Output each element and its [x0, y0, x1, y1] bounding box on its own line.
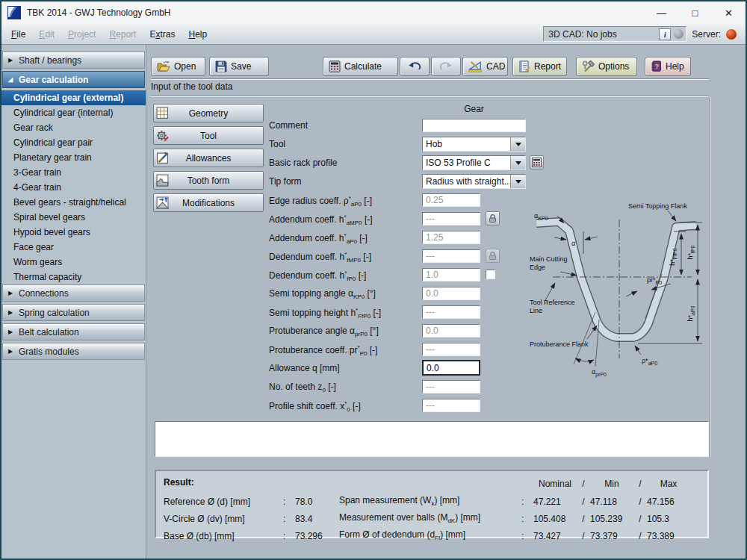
- open-button[interactable]: Open: [151, 57, 205, 76]
- message-output-box[interactable]: [155, 421, 709, 457]
- sidebar-group-gratis-modules[interactable]: ▶Gratis modules: [2, 343, 145, 360]
- menu-extras[interactable]: Extras: [143, 25, 182, 43]
- options-button[interactable]: Options: [576, 57, 637, 76]
- input-addendum-coeff-amp0[interactable]: ---: [422, 212, 480, 225]
- sidebar-group-label: Connections: [19, 288, 69, 299]
- cad-button-label: CAD: [486, 61, 505, 72]
- select-basic-rack-profile[interactable]: ISO 53 Profile C: [422, 155, 526, 170]
- sidebar-item-cylindrical-gear-external[interactable]: Cylindrical gear (external): [1, 90, 146, 105]
- sidebar-item-hypoid-bevel-gears[interactable]: Hypoid bevel gears: [1, 225, 146, 240]
- select-tool[interactable]: Hob: [422, 137, 526, 152]
- diagram-label-h-fp0: h*fP0: [686, 245, 695, 259]
- result-header-max: Max: [645, 479, 692, 489]
- sidebar-item-spiral-bevel-gears[interactable]: Spiral bevel gears: [1, 210, 146, 225]
- close-button[interactable]: ✕: [712, 1, 746, 24]
- cad-button[interactable]: CAD: [462, 57, 508, 76]
- input-allowance-q[interactable]: 0.0: [422, 360, 480, 376]
- sidebar-item-bevel-gears-straight-helical[interactable]: Bevel gears - straight/helical: [1, 195, 146, 210]
- menu-project: Project: [61, 25, 102, 43]
- form-row-protuberance-coeff: Protuberance coeff. pr*P0 [-]---: [267, 341, 565, 360]
- sidebar-group-shaft-bearings[interactable]: ▶Shaft / bearings: [2, 52, 145, 69]
- gear-column-header: Gear: [422, 104, 526, 114]
- field-label-protuberance-coeff: Protuberance coeff. pr*P0 [-]: [269, 344, 377, 357]
- field-label-addendum-coeff-ap0: Addendum coeff. h*aP0 [-]: [269, 232, 368, 245]
- form-row-protuberance-angle: Protuberance angle αprP0 [°]0.0: [267, 323, 565, 341]
- sidebar-item-gear-rack[interactable]: Gear rack: [1, 120, 146, 135]
- form-row-profile-shift-coeff: Profile shift coeff. x*0 [-]---: [267, 397, 565, 416]
- field-label-semi-topping-angle: Semi topping angle αKP0 [°]: [269, 288, 376, 300]
- help-button[interactable]: ? Help: [645, 57, 691, 76]
- sidebar-group-label: Spring calculation: [19, 308, 90, 318]
- input-addendum-coeff-ap0[interactable]: 1.25: [422, 231, 480, 244]
- tooth-form-button-label: Tooth form: [154, 175, 263, 186]
- maximize-button[interactable]: □: [678, 1, 712, 24]
- sidebar-item-3-gear-train[interactable]: 3-Gear train: [1, 165, 146, 180]
- options-tools-icon: [582, 60, 595, 72]
- result-header-separator: /: [635, 479, 645, 489]
- tool-button-label: Tool: [154, 131, 263, 141]
- result-colon: :: [521, 531, 532, 541]
- menu-file[interactable]: File: [4, 25, 32, 43]
- tooth-form-button[interactable]: Tooth form: [153, 171, 264, 190]
- input-no-of-teeth[interactable]: ---: [422, 380, 480, 393]
- field-label-semi-topping-height: Semi topping height h*FfP0 [-]: [269, 307, 381, 320]
- select-tip-form[interactable]: Radius with straight...: [422, 174, 526, 189]
- modifications-button[interactable]: Modifications: [153, 193, 264, 212]
- minimize-button[interactable]: —: [645, 1, 678, 24]
- redo-icon: [439, 61, 453, 72]
- input-edge-radius-coeff[interactable]: 0.25: [422, 193, 480, 207]
- sidebar-item-cylindrical-gear-internal[interactable]: Cylindrical gear (internal): [1, 105, 146, 120]
- report-button[interactable]: Report: [512, 57, 567, 76]
- chevron-down-icon[interactable]: [510, 156, 525, 169]
- checkbox-dedendum-coeff-fp0[interactable]: [486, 270, 495, 279]
- window-title: TBK 2014 - GWJ Technology GmbH: [27, 7, 171, 18]
- input-semi-topping-height[interactable]: ---: [422, 305, 480, 319]
- sidebar-item-4-gear-train[interactable]: 4-Gear train: [1, 180, 146, 195]
- result-colon: :: [283, 514, 294, 524]
- chevron-down-icon[interactable]: [510, 175, 525, 188]
- diagram-label-h-ap0: h*aP0: [686, 305, 695, 321]
- sidebar-group-belt-calculation[interactable]: ▶Belt calculation: [2, 323, 145, 340]
- info-button[interactable]: i: [659, 28, 671, 40]
- collapsed-triangle-icon: ▶: [8, 329, 19, 335]
- input-profile-shift-coeff[interactable]: ---: [422, 399, 480, 412]
- cad-status-box: 3D CAD: No jobs i: [543, 26, 686, 42]
- diagram-label-rho-ap0: ρ*aP0: [642, 357, 657, 366]
- save-button[interactable]: Save: [209, 57, 269, 76]
- server-status-led: [726, 29, 737, 40]
- form-row-semi-topping-angle: Semi topping angle αKP0 [°]0.0: [267, 285, 565, 304]
- input-comment[interactable]: [422, 119, 526, 132]
- sidebar-item-thermal-capacity[interactable]: Thermal capacity: [1, 270, 146, 284]
- sidebar-group-spring-calculation[interactable]: ▶Spring calculation: [2, 304, 145, 321]
- tool-profile-diagram: αKP0 Semi Topping Flank α Main Cutting E…: [524, 200, 711, 383]
- undo-button[interactable]: [400, 57, 430, 76]
- input-protuberance-angle[interactable]: 0.0: [422, 324, 480, 337]
- sidebar-item-cylindrical-gear-pair[interactable]: Cylindrical gear pair: [1, 135, 146, 150]
- app-logo-icon: [7, 6, 21, 19]
- sidebar-item-worm-gears[interactable]: Worm gears: [1, 255, 146, 270]
- options-button-label: Options: [598, 61, 629, 72]
- profile-calc-button[interactable]: [530, 155, 544, 169]
- sidebar-group-connections[interactable]: ▶Connections: [2, 284, 145, 302]
- input-semi-topping-angle[interactable]: 0.0: [422, 287, 480, 300]
- calculate-button[interactable]: Calculate: [323, 57, 398, 76]
- lock-button-addendum-coeff-amp0[interactable]: [486, 211, 500, 225]
- field-label-comment: Comment: [269, 120, 308, 131]
- geometry-button[interactable]: Geometry: [153, 104, 264, 122]
- svg-text:?: ?: [654, 62, 659, 70]
- sidebar-group-gear-calculation[interactable]: ◢Gear calculation: [2, 71, 145, 88]
- result-label: Form Ø of dedendum (dFf) [mm]: [339, 529, 521, 541]
- input-dedendum-coeff-fp0[interactable]: 1.0: [422, 268, 480, 281]
- allowances-button[interactable]: Allowances: [153, 149, 264, 167]
- form-rows: CommentToolHobBasic rack profileISO 53 P…: [267, 113, 565, 420]
- input-protuberance-coeff[interactable]: ---: [422, 343, 480, 356]
- help-book-icon: ?: [651, 60, 662, 72]
- tool-button[interactable]: Tool: [153, 126, 264, 145]
- form-row-semi-topping-height: Semi topping height h*FfP0 [-]---: [267, 304, 565, 323]
- server-label: Server:: [692, 29, 721, 40]
- input-dedendum-coeff-fmp0[interactable]: ---: [422, 249, 480, 263]
- menu-help[interactable]: Help: [182, 25, 214, 43]
- sidebar-item-planetary-gear-train[interactable]: Planetary gear train: [1, 150, 146, 165]
- chevron-down-icon[interactable]: [510, 137, 525, 151]
- sidebar-item-face-gear[interactable]: Face gear: [1, 240, 146, 255]
